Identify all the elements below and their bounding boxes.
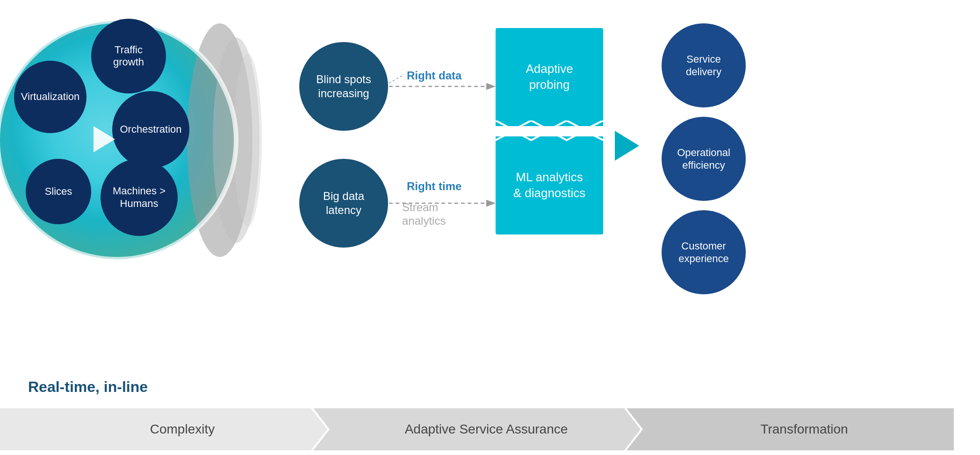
circle-operational-efficiency: Operational efficiency [662, 117, 746, 201]
circle-orchestration: Orchestration [112, 91, 189, 168]
chevron-transformation: Transformation [627, 408, 954, 450]
svg-line-8 [389, 75, 404, 83]
circle-slices: Slices [26, 159, 91, 224]
circle-big-data: Big data latency [299, 159, 388, 248]
circle-customer-experience: Customer experience [662, 210, 746, 294]
diagram-area: Traffic growth Virtualization Orchestrat… [0, 0, 980, 374]
chevron-bar: Complexity Adaptive Service Assurance Tr… [0, 404, 980, 455]
circle-virtualization: Virtualization [14, 61, 86, 133]
play-arrow-icon [94, 126, 115, 152]
cyan-box-adaptive-probing: Adaptive probing [496, 28, 603, 126]
realtime-label: Real-time, in-line [28, 378, 148, 396]
circle-machines-humans: Machines > Humans [101, 159, 178, 236]
chevron-complexity: Complexity [0, 408, 327, 450]
label-stream-analytics: Stream analytics [402, 201, 446, 228]
bottom-section: Real-time, in-line Complexity Adaptive S… [0, 374, 980, 455]
cyan-boxes-group: Adaptive probing ML analytics & diagnost… [496, 28, 603, 235]
circle-traffic-growth: Traffic growth [91, 19, 166, 93]
cyan-box-ml-analytics: ML analytics & diagnostics [496, 136, 603, 235]
label-right-time: Right time [407, 180, 461, 193]
chevron-adaptive-service: Adaptive Service Assurance [313, 408, 641, 450]
teal-arrow-icon [615, 131, 639, 161]
main-container: Traffic growth Virtualization Orchestrat… [0, 0, 980, 455]
circle-blind-spots: Blind spots increasing [299, 42, 388, 131]
circle-service-delivery: Service delivery [662, 23, 746, 107]
label-right-data: Right data [407, 69, 461, 82]
